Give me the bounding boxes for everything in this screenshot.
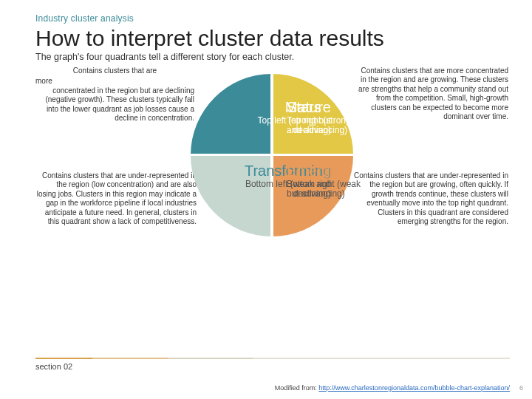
desc-mature: Contains clusters that are more concentr… [35, 66, 194, 123]
quadrant-diagram: Contains clusters that are more concentr… [35, 66, 501, 303]
label-stars-sub: Top right (strong and advancing) [287, 115, 351, 136]
section-label: section 02 [35, 362, 510, 371]
label-emerging: Emerging Bottom right (weak but advancin… [287, 163, 375, 200]
credit-line: Modified from: http://www.charlestonregi… [275, 384, 510, 392]
desc-stars: Contains clusters that are more concentr… [353, 66, 508, 122]
desc-mature-more: more [35, 77, 194, 86]
label-emerging-sub: Bottom right (weak but advancing) [287, 179, 361, 200]
page-title: How to interpret cluster data results [35, 27, 510, 50]
desc-emerging: Contains clusters that are under-represe… [353, 171, 508, 227]
quadrant-labels: Mature Top left (strong but declining) S… [191, 74, 353, 236]
label-stars: Stars Top right (strong and advancing) [287, 99, 368, 137]
slide: Industry cluster analysis How to interpr… [0, 0, 532, 399]
desc-mature-lead: Contains clusters that are [35, 66, 194, 76]
eyebrow: Industry cluster analysis [35, 13, 510, 24]
desc-transforming: Contains clusters that are under-represe… [35, 171, 197, 227]
desc-mature-body: concentrated in the region but are decli… [45, 86, 194, 123]
page-number: 6 [519, 384, 523, 392]
credit-prefix: Modified from: [275, 384, 319, 392]
footer: section 02 [35, 358, 510, 371]
subtitle: The graph's four quadrants tell a differ… [35, 52, 510, 62]
footer-rule [35, 358, 510, 359]
label-emerging-heading: Emerging [287, 163, 375, 180]
label-stars-heading: Stars [287, 99, 368, 116]
credit-link[interactable]: http://www.charlestonregionaldata.com/bu… [318, 384, 510, 392]
